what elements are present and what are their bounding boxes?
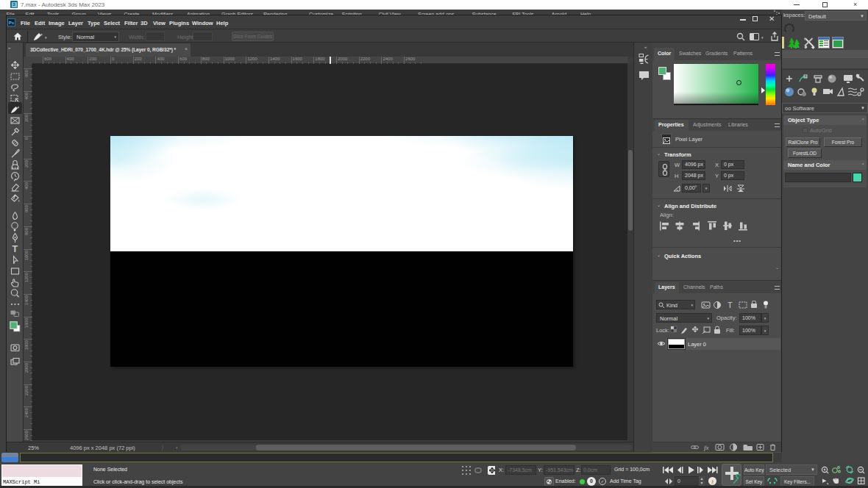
svg-text:T: T <box>728 301 733 309</box>
svg-text:fx: fx <box>704 444 709 451</box>
svg-text:T: T <box>13 244 18 254</box>
